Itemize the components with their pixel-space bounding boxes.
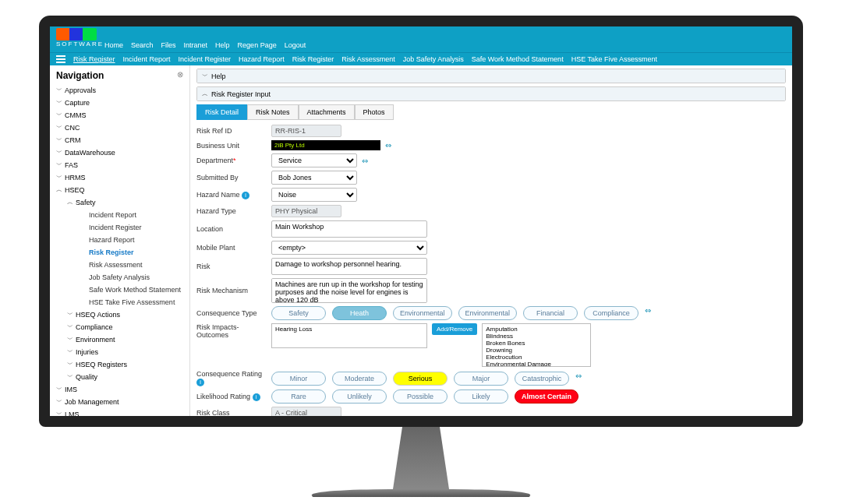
pill-env1[interactable]: Environmental bbox=[393, 306, 452, 320]
pill-moderate[interactable]: Moderate bbox=[332, 372, 387, 386]
nav-cnc[interactable]: ﹀CNC bbox=[56, 122, 183, 134]
menu-search[interactable]: Search bbox=[131, 41, 154, 49]
menu-regen[interactable]: Regen Page bbox=[238, 41, 277, 49]
nav-incident-register[interactable]: Incident Register bbox=[67, 221, 183, 234]
main-content: ﹀Help ︿Risk Register Input Risk Detail R… bbox=[190, 65, 792, 416]
field-bu[interactable]: 2iB Pty Ltd bbox=[271, 140, 380, 150]
tab-attachments[interactable]: Attachments bbox=[299, 104, 355, 120]
pill-catastrophic[interactable]: Catastrophic bbox=[515, 372, 569, 386]
menu-intranet[interactable]: Intranet bbox=[184, 41, 208, 49]
close-icon[interactable]: ⊗ bbox=[177, 70, 183, 79]
pill-rare[interactable]: Rare bbox=[271, 389, 326, 404]
tab-risk-detail[interactable]: Risk Detail bbox=[196, 104, 247, 120]
sidebar: ⊗ Navigation ﹀Approvals ﹀Capture ﹀CMMS ﹀… bbox=[50, 65, 190, 416]
hamburger-icon[interactable] bbox=[56, 55, 65, 63]
menu-home[interactable]: Home bbox=[104, 41, 123, 49]
field-location[interactable]: Main Workshop bbox=[271, 220, 427, 238]
nav-hrms[interactable]: ﹀HRMS bbox=[56, 171, 183, 184]
menu-logout[interactable]: Logout bbox=[285, 41, 306, 49]
top-menu: Home Search Files Intranet Help Regen Pa… bbox=[50, 40, 792, 52]
add-remove-button[interactable]: Add/Remove bbox=[432, 323, 477, 335]
nav-quality[interactable]: ﹀Quality bbox=[67, 371, 183, 383]
nav-job-mgmt[interactable]: ﹀Job Management bbox=[56, 396, 183, 408]
pill-likely[interactable]: Likely bbox=[454, 389, 508, 404]
nav-hseq-actions[interactable]: ﹀HSEQ Actions bbox=[67, 308, 183, 321]
info-icon[interactable]: i bbox=[196, 379, 204, 386]
field-haztype: PHY Physical bbox=[271, 205, 341, 217]
nav-fas[interactable]: ﹀FAS bbox=[56, 159, 183, 171]
nav-take-five[interactable]: HSE Take Five Assessment bbox=[67, 296, 183, 308]
nav-hseq[interactable]: ︿HSEQ bbox=[56, 184, 183, 196]
pill-possible[interactable]: Possible bbox=[393, 389, 448, 404]
nav-hazard-report[interactable]: Hazard Report bbox=[67, 234, 183, 246]
link-icon[interactable]: ⇔ bbox=[645, 306, 651, 320]
field-mobile[interactable]: <empty> bbox=[271, 241, 427, 255]
pill-financial[interactable]: Financial bbox=[523, 306, 578, 320]
tabs: Risk Detail Risk Notes Attachments Photo… bbox=[196, 104, 786, 120]
nav-jsa[interactable]: Job Safety Analysis bbox=[67, 271, 183, 284]
nav-incident-report[interactable]: Incident Report bbox=[67, 209, 183, 221]
field-mech[interactable]: Machines are run up in the workshop for … bbox=[271, 278, 427, 303]
pill-minor[interactable]: Minor bbox=[271, 372, 326, 386]
link-icon[interactable]: ⇔ bbox=[362, 157, 368, 165]
subnav-incident-register[interactable]: Incident Register bbox=[179, 55, 232, 63]
pill-compliance[interactable]: Compliance bbox=[584, 306, 639, 320]
nav-ims[interactable]: ﹀IMS bbox=[56, 383, 183, 396]
pill-env2[interactable]: Environmental bbox=[458, 306, 518, 320]
pill-unlikely[interactable]: Unlikely bbox=[332, 389, 387, 404]
subnav-take-five[interactable]: HSE Take Five Assessment bbox=[571, 55, 657, 63]
label-dept: Department* bbox=[196, 157, 267, 164]
nav-safety[interactable]: ︿Safety bbox=[67, 196, 183, 209]
subnav-risk-register[interactable]: Risk Register bbox=[73, 55, 115, 63]
subnav-swms[interactable]: Safe Work Method Statement bbox=[472, 55, 564, 63]
tab-photos[interactable]: Photos bbox=[355, 104, 394, 120]
pill-health[interactable]: Heath bbox=[332, 306, 387, 320]
subnav-hazard-report[interactable]: Hazard Report bbox=[239, 55, 285, 63]
nav-injuries[interactable]: ﹀Injuries bbox=[67, 346, 183, 358]
impacts-list[interactable]: Amputation Blindness Broken Bones Drowni… bbox=[482, 323, 591, 367]
nav-capture[interactable]: ﹀Capture bbox=[56, 97, 183, 109]
link-icon[interactable]: ⇔ bbox=[575, 372, 582, 386]
info-icon[interactable]: i bbox=[242, 192, 249, 199]
field-dept[interactable]: Service bbox=[271, 153, 357, 167]
field-risk[interactable]: Damage to workshop personnel hearing. bbox=[271, 258, 427, 275]
nav-hseq-registers[interactable]: ﹀HSEQ Registers bbox=[67, 358, 183, 371]
pill-serious[interactable]: Serious bbox=[393, 372, 448, 386]
nav-crm[interactable]: ﹀CRM bbox=[56, 134, 183, 146]
nav-lms[interactable]: ﹀LMS bbox=[56, 408, 183, 416]
nav-swms[interactable]: Safe Work Method Statement bbox=[67, 284, 183, 296]
pill-safety[interactable]: Safety bbox=[271, 306, 326, 320]
panel-risk-input[interactable]: ︿Risk Register Input bbox=[197, 87, 785, 100]
subnav-risk-assessment[interactable]: Risk Assessment bbox=[341, 55, 395, 63]
menu-files[interactable]: Files bbox=[161, 41, 176, 49]
nav-environment[interactable]: ﹀Environment bbox=[67, 333, 183, 346]
subnav-incident-report[interactable]: Incident Report bbox=[123, 55, 171, 63]
subnav-jsa[interactable]: Job Safety Analysis bbox=[403, 55, 464, 63]
label-risk: Risk bbox=[196, 263, 267, 270]
label-submitted: Submitted By bbox=[196, 174, 267, 182]
nav-compliance[interactable]: ﹀Compliance bbox=[67, 321, 183, 333]
nav-datawarehouse[interactable]: ﹀DataWarehouse bbox=[56, 146, 183, 159]
field-impacts-selected[interactable]: Hearing Loss bbox=[271, 323, 427, 348]
info-icon[interactable]: i bbox=[253, 393, 260, 401]
sub-nav: Risk Register Incident Report Incident R… bbox=[50, 52, 792, 65]
panel-help[interactable]: ﹀Help bbox=[197, 69, 785, 83]
label-mech: Risk Mechanism bbox=[196, 287, 267, 294]
subnav-risk-register-2[interactable]: Risk Register bbox=[292, 55, 334, 63]
link-icon[interactable]: ⇔ bbox=[385, 141, 391, 150]
monitor-stand bbox=[374, 427, 468, 489]
nav-risk-assessment[interactable]: Risk Assessment bbox=[67, 259, 183, 271]
field-hazname[interactable]: Noise bbox=[271, 188, 357, 202]
label-crating: Consequence Rating i bbox=[196, 370, 267, 386]
tab-risk-notes[interactable]: Risk Notes bbox=[247, 104, 299, 120]
menu-help[interactable]: Help bbox=[215, 41, 230, 49]
label-mobile: Mobile Plant bbox=[196, 244, 267, 252]
field-ref: RR-RIS-1 bbox=[271, 125, 341, 137]
field-submitted[interactable]: Bob Jones bbox=[271, 171, 357, 185]
nav-cmms[interactable]: ﹀CMMS bbox=[56, 109, 183, 122]
nav-risk-register[interactable]: Risk Register bbox=[67, 246, 183, 259]
pill-almost-certain[interactable]: Almost Certain bbox=[515, 389, 578, 404]
label-ref: Risk Ref ID bbox=[196, 127, 267, 135]
nav-approvals[interactable]: ﹀Approvals bbox=[56, 84, 183, 97]
pill-major[interactable]: Major bbox=[454, 372, 508, 386]
